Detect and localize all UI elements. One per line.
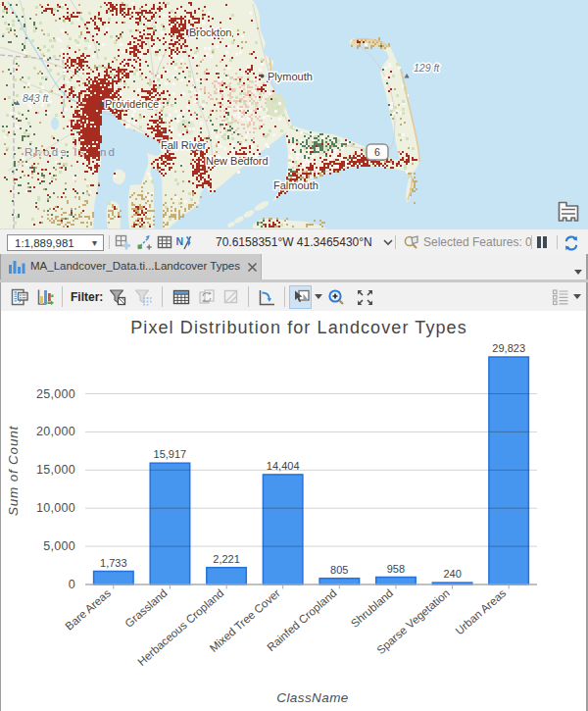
svg-text:10,000: 10,000 xyxy=(36,501,75,515)
svg-text:Fall River: Fall River xyxy=(161,139,207,151)
svg-text:New Bedford: New Bedford xyxy=(206,155,269,167)
svg-text:29,823: 29,823 xyxy=(492,342,525,354)
svg-text:240: 240 xyxy=(443,568,461,580)
svg-text:6: 6 xyxy=(374,146,380,158)
svg-text:843 ft: 843 ft xyxy=(23,92,49,104)
svg-text:Pixel Distribution for Landcov: Pixel Distribution for Landcover Types xyxy=(130,318,467,337)
svg-text:Brockton: Brockton xyxy=(189,26,231,38)
svg-text:5,000: 5,000 xyxy=(43,539,75,553)
svg-text:Providence: Providence xyxy=(105,98,159,110)
svg-text:1,733: 1,733 xyxy=(100,557,127,569)
svg-text:20,000: 20,000 xyxy=(36,425,75,438)
svg-text:Sum of Count: Sum of Count xyxy=(6,425,21,516)
svg-text:0: 0 xyxy=(69,578,75,591)
svg-text:14,404: 14,404 xyxy=(267,460,300,472)
svg-text:ClassName: ClassName xyxy=(276,690,348,705)
svg-text:2,221: 2,221 xyxy=(213,553,240,565)
svg-text:15,000: 15,000 xyxy=(36,463,75,477)
svg-text:25,000: 25,000 xyxy=(36,387,75,401)
svg-text:129 ft: 129 ft xyxy=(414,62,440,74)
svg-text:N: N xyxy=(176,235,183,247)
svg-text:Plymouth: Plymouth xyxy=(268,71,313,82)
svg-text:Falmouth: Falmouth xyxy=(273,179,318,191)
svg-text:Rhode Island: Rhode Island xyxy=(24,146,117,158)
svg-text:805: 805 xyxy=(330,564,348,576)
svg-text:15,917: 15,917 xyxy=(154,448,187,460)
svg-text:958: 958 xyxy=(387,563,405,575)
